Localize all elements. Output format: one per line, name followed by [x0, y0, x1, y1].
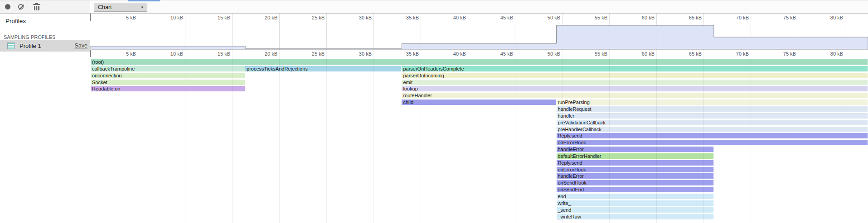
flame-gridline	[138, 50, 138, 223]
flame-bar-label: onconnection	[91, 73, 121, 78]
flame-bar-root[interactable]: (root)	[91, 59, 868, 65]
overview-tick-label: 80 kB	[816, 15, 843, 20]
flame-bar-label: Reply.send	[557, 160, 582, 166]
overview-tick-label: 45 kB	[486, 15, 513, 20]
flame-bar-write_[interactable]: write_	[557, 200, 714, 206]
flame-bar-Socket[interactable]: Socket	[91, 80, 245, 85]
ruler-tick-label: 65 kB	[674, 51, 702, 57]
overview-tick-label: 75 kB	[769, 15, 796, 20]
flame-bar-label: Reply.send	[557, 133, 582, 138]
flame-bar-_writeRaw[interactable]: _writeRaw	[557, 214, 714, 219]
ruler-tick-label: 20 kB	[250, 51, 277, 57]
flame-gridline	[609, 50, 610, 223]
save-profile-link[interactable]: Save	[75, 43, 88, 49]
flame-bar-label: handleError	[557, 147, 584, 152]
flame-bar-label: onErrorHook	[557, 140, 586, 145]
profile-document-icon	[7, 43, 15, 49]
flame-bar-label: handler	[557, 113, 575, 119]
flame-bar-label: onSendEnd	[557, 187, 584, 192]
overview-tick-label: 5 kB	[109, 15, 136, 20]
flame-bar-label: handleError	[557, 173, 584, 179]
flame-chart-panel[interactable]: 5 kB5 kB10 kB10 kB15 kB15 kB20 kB20 kB25…	[90, 14, 868, 223]
flame-gridline	[562, 50, 563, 223]
overview-tick-label: 15 kB	[203, 15, 230, 20]
ruler-tick-label: 60 kB	[627, 51, 655, 57]
flame-bar-label: defaultErrorHandler	[557, 153, 601, 159]
chevron-down-icon: ▾	[141, 5, 143, 9]
flame-bar-label: _send	[557, 207, 572, 213]
toolbar-separator	[28, 3, 28, 11]
flame-bar-preValidationCallback[interactable]: preValidationCallback	[557, 120, 868, 125]
ruler-tick-label: 75 kB	[769, 51, 796, 57]
flame-bar-preHandlerCallback[interactable]: preHandlerCallback	[557, 127, 868, 132]
overview-tick-label: 55 kB	[580, 15, 607, 20]
devtools-profiler-panel: Chart ▾ Profiles SAMPLING PROFILES Profi…	[0, 0, 868, 223]
ruler-tick-label: 10 kB	[156, 51, 183, 57]
flame-bar-onconnection[interactable]: onconnection	[91, 73, 245, 78]
flame-bar-onSendEnd[interactable]: onSendEnd	[557, 187, 714, 192]
record-button[interactable]	[2, 0, 14, 13]
sampling-profiles-header: SAMPLING PROFILES	[0, 24, 90, 40]
profile-name: Profile 1	[19, 43, 41, 49]
flame-bar-handleRequest[interactable]: handleRequest	[557, 106, 868, 112]
flame-bar-end[interactable]: end	[557, 194, 714, 199]
flame-bar-handleError[interactable]: handleError	[557, 173, 714, 179]
flame-bar-onSendHook[interactable]: onSendHook	[557, 180, 714, 185]
overview-tick-label: 25 kB	[297, 15, 325, 20]
clear-all-button[interactable]	[15, 0, 27, 13]
flame-bar-Reply.send[interactable]: Reply.send	[557, 160, 714, 166]
delete-profile-button[interactable]	[31, 0, 43, 13]
flame-bar-handleError[interactable]: handleError	[557, 147, 714, 152]
flame-bar-label: onSendHook	[557, 180, 587, 185]
flame-gridline	[703, 50, 704, 223]
profiles-sidebar: Profiles SAMPLING PROFILES Profile 1 Sav…	[0, 14, 90, 223]
flame-bar-runPreParsing[interactable]: runPreParsing	[557, 100, 868, 105]
ruler-tick-label: 50 kB	[533, 51, 560, 57]
flame-bar-label: runPreParsing	[557, 100, 590, 105]
overview-tick-label: 40 kB	[439, 15, 466, 20]
flame-gridline	[232, 50, 233, 223]
flame-bar-Readable.on[interactable]: Readable.on	[91, 86, 245, 91]
ruler-tick-label: 15 kB	[203, 51, 230, 57]
flame-bar-label: preHandlerCallback	[557, 127, 602, 132]
ruler-tick-label: 25 kB	[297, 51, 325, 57]
flame-bar-label: Socket	[91, 80, 107, 85]
flame-gridline	[373, 50, 374, 223]
flame-gridline	[279, 50, 280, 223]
ruler-tick-label: 80 kB	[816, 51, 843, 57]
flame-bar-handler[interactable]: handler	[557, 113, 868, 119]
overview-origin-tick	[90, 14, 91, 21]
flame-bar-defaultErrorHandler[interactable]: defaultErrorHandler	[557, 153, 714, 159]
flame-gridline	[468, 50, 468, 223]
flame-bar-label: end	[557, 194, 566, 199]
overview-tick-label: 60 kB	[627, 15, 655, 20]
flame-bar-label: callbackTrampoline	[91, 66, 135, 71]
flame-gridline	[845, 50, 845, 223]
sidebar-item-profile-1[interactable]: Profile 1 Save	[0, 40, 90, 52]
flame-bar-onErrorHook[interactable]: onErrorHook	[557, 167, 714, 172]
flame-gridline	[515, 50, 515, 223]
flame-bar-label: routeHandler	[402, 93, 432, 98]
flame-bar-label: emit	[402, 80, 412, 85]
ruler-tick-label: 30 kB	[344, 51, 372, 57]
clear-icon	[18, 4, 24, 9]
ruler-tick-label: 5 kB	[109, 51, 136, 57]
flame-bar-child[interactable]: child	[402, 100, 556, 105]
flame-bar-processTicksAndRejections[interactable]: processTicksAndRejections	[245, 66, 402, 71]
overview-tick-label: 35 kB	[392, 15, 419, 20]
overview-tick-label: 10 kB	[156, 15, 183, 20]
flame-bar-label: preValidationCallback	[557, 120, 606, 125]
flame-bar-Reply.send[interactable]: Reply.send	[557, 133, 868, 138]
flame-gridline	[751, 50, 751, 223]
chart-toolbar	[90, 0, 868, 13]
sidebar-title: Profiles	[0, 14, 90, 24]
flame-bar-onErrorHook[interactable]: onErrorHook	[557, 140, 868, 145]
overview-tick-label: 30 kB	[344, 15, 372, 20]
view-mode-value: Chart	[98, 4, 112, 10]
view-mode-select[interactable]: Chart ▾	[94, 3, 147, 12]
flame-bar-_send[interactable]: _send	[557, 207, 714, 213]
flame-bar-callbackTrampoline[interactable]: callbackTrampoline	[91, 66, 245, 71]
ruler-tick-label: 45 kB	[486, 51, 513, 57]
flame-bar-label: Readable.on	[91, 86, 120, 91]
flame-bar-label: parserOnIncoming	[402, 73, 444, 78]
